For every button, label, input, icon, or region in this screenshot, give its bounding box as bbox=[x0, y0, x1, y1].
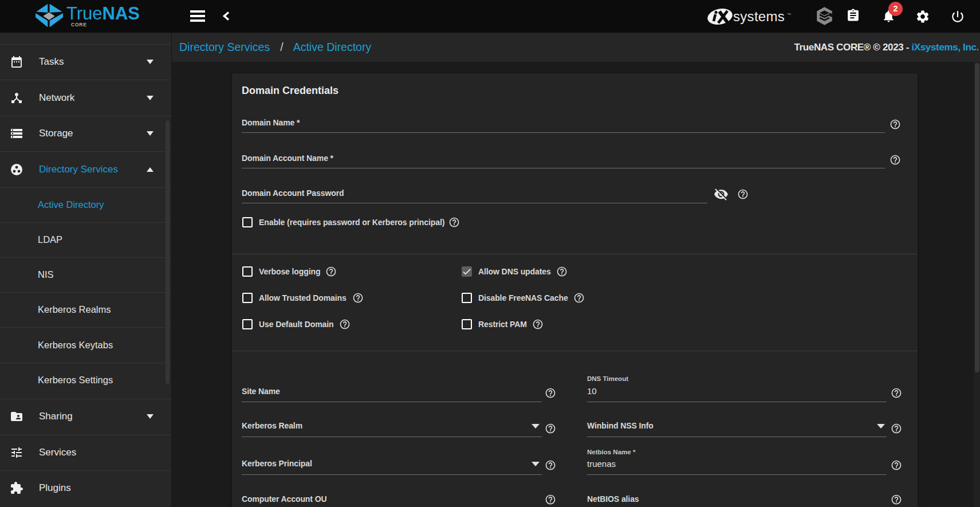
svg-text:systems: systems bbox=[733, 9, 785, 24]
svg-text:™: ™ bbox=[787, 13, 791, 17]
